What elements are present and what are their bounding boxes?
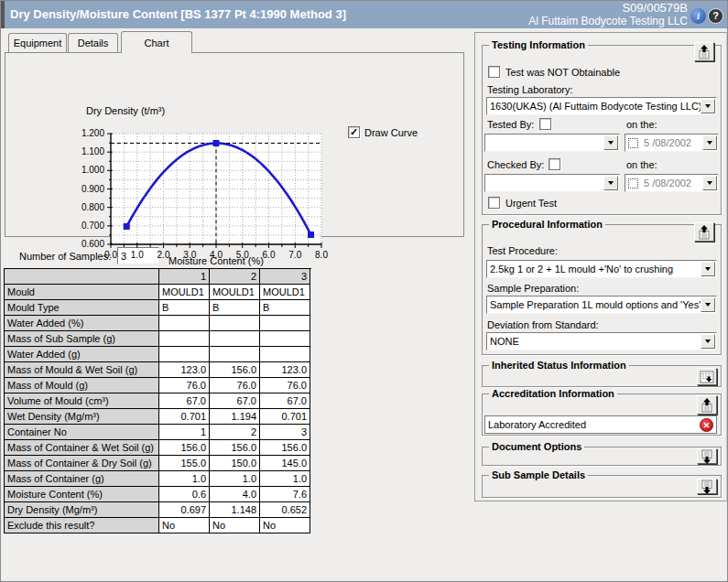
info-icon[interactable]: i [690, 8, 706, 24]
table-cell[interactable]: MOULD1 [260, 285, 310, 300]
help-icon[interactable]: ? [708, 8, 723, 24]
table-cell[interactable]: MOULD1 [159, 285, 210, 300]
page-title: Dry Density/Moisture Content [BS 1377 Pt… [10, 7, 346, 21]
tab-chart[interactable]: Chart [121, 31, 192, 53]
checked-date-picker[interactable]: 5 /08/2002 [625, 174, 719, 192]
tab-details[interactable]: Details [68, 33, 118, 52]
row-label: Mass of Container (g) [5, 471, 159, 487]
svg-text:0.0: 0.0 [104, 250, 117, 260]
scroll-down-button[interactable] [697, 479, 717, 494]
table-cell[interactable]: No [210, 518, 260, 534]
table-cell[interactable]: 0.6 [159, 487, 210, 502]
scroll-down-button[interactable] [697, 448, 717, 464]
table-cell[interactable]: 76.0 [210, 378, 260, 393]
table-cell[interactable] [210, 347, 260, 362]
dropdown-arrow-icon[interactable] [701, 334, 715, 349]
table-cell[interactable] [159, 347, 210, 362]
row-label: Mass of Mould & Wet Soil (g) [5, 362, 159, 378]
app-window: Dry Density/Moisture Content [BS 1377 Pt… [0, 0, 728, 582]
tested-by-label: Tested By: [487, 119, 534, 130]
dropdown-arrow-icon[interactable] [701, 262, 715, 276]
table-cell[interactable]: No [159, 518, 210, 534]
table-cell[interactable]: 2 [210, 425, 260, 440]
table-cell[interactable]: 3 [260, 425, 310, 440]
table-cell[interactable]: 123.0 [159, 362, 210, 378]
table-cell[interactable]: 76.0 [260, 378, 310, 393]
tested-by-checkbox[interactable] [539, 118, 551, 130]
testing-laboratory-label: Testing Laboratory: [487, 84, 573, 95]
table-cell[interactable]: 156.0 [210, 362, 260, 378]
table-cell[interactable]: 7.6 [260, 487, 310, 502]
testing-laboratory-select[interactable]: 1630(UKAS) (Al Futtaim Bodycote Testing … [486, 97, 717, 115]
checked-date-checkbox[interactable] [628, 178, 638, 189]
table-cell[interactable]: 145.0 [260, 456, 310, 471]
scroll-up-button[interactable] [694, 222, 714, 242]
table-cell[interactable]: 67.0 [260, 393, 310, 409]
table-cell[interactable]: 0.652 [260, 502, 310, 518]
table-cell[interactable]: 1 [159, 425, 210, 440]
table-cell[interactable]: 0.697 [159, 502, 210, 518]
dropdown-arrow-icon[interactable] [702, 135, 717, 150]
table-cell[interactable] [260, 347, 310, 362]
table-cell[interactable]: 1.0 [159, 471, 210, 487]
tested-date-picker[interactable]: 5 /08/2002 [625, 134, 719, 152]
table-cell[interactable] [159, 331, 210, 347]
test-not-obtainable-checkbox[interactable] [488, 66, 500, 78]
tab-equipment[interactable]: Equipment [8, 33, 67, 52]
draw-curve-checkbox[interactable]: ✓ [348, 126, 360, 138]
table-cell[interactable]: 67.0 [210, 393, 260, 409]
table-cell[interactable]: B [260, 300, 310, 316]
table-cell[interactable]: 67.0 [159, 393, 210, 409]
checked-by-select[interactable] [484, 174, 620, 192]
dropdown-arrow-icon[interactable] [603, 176, 618, 190]
dropdown-arrow-icon[interactable] [603, 135, 618, 150]
dropdown-arrow-icon[interactable] [701, 297, 715, 312]
table-cell[interactable] [210, 331, 260, 347]
table-cell[interactable]: 1.194 [210, 409, 260, 425]
table-row: Dry Density (Mg/m³)0.6971.1480.652 [5, 502, 311, 518]
table-cell[interactable]: 156.0 [210, 440, 260, 456]
table-cell[interactable]: 1.0 [260, 471, 310, 487]
table-cell[interactable]: 155.0 [159, 456, 210, 471]
row-label: Volume of Mould (cm³) [5, 393, 159, 409]
table-cell[interactable]: 156.0 [260, 440, 310, 456]
table-cell[interactable] [260, 316, 310, 331]
tested-by-select[interactable] [484, 134, 620, 152]
row-label: Exclude this result? [5, 518, 159, 534]
checked-by-label: Checked By: [487, 159, 544, 170]
table-cell[interactable]: 0.701 [159, 409, 210, 425]
table-cell[interactable]: 4.0 [210, 487, 260, 502]
table-cell[interactable]: 156.0 [159, 440, 210, 456]
dropdown-arrow-icon[interactable] [701, 99, 715, 113]
table-cell[interactable]: MOULD1 [210, 285, 260, 300]
table-cell[interactable]: 1.148 [210, 502, 260, 518]
deviation-select[interactable]: NONE [486, 332, 717, 350]
sample-preparation-select[interactable]: Sample Preparation 1L mould options and … [486, 296, 717, 314]
table-cell[interactable]: B [159, 300, 210, 316]
table-cell[interactable]: 0.701 [260, 409, 310, 425]
dropdown-arrow-icon[interactable] [702, 176, 717, 190]
table-cell[interactable]: 76.0 [159, 378, 210, 393]
scroll-up-button[interactable] [697, 395, 717, 415]
table-cell[interactable]: 1.0 [210, 471, 260, 487]
remove-accreditation-icon[interactable]: ✕ [700, 418, 713, 432]
scroll-up-button[interactable] [694, 42, 714, 61]
testing-laboratory-value: 1630(UKAS) (Al Futtaim Bodycote Testing … [487, 101, 701, 112]
inherited-status-button[interactable] [697, 368, 717, 385]
table-cell[interactable]: 123.0 [260, 362, 310, 378]
table-cell[interactable]: 150.0 [210, 456, 260, 471]
tested-date-checkbox[interactable] [628, 138, 638, 148]
table-cell[interactable] [210, 316, 260, 331]
table-cell[interactable]: No [260, 518, 310, 534]
table-cell[interactable]: B [210, 300, 260, 316]
test-not-obtainable-label: Test was NOT Obtainable [505, 67, 620, 78]
urgent-test-checkbox[interactable] [488, 197, 500, 209]
sample-reference: S09/00579B [528, 2, 688, 15]
table-cell[interactable] [159, 316, 210, 331]
scroll-up-icon [700, 398, 714, 413]
checked-by-checkbox[interactable] [549, 158, 560, 170]
test-procedure-select[interactable]: 2.5kg 1 or 2 + 1L mould +'No' to crushin… [486, 260, 717, 278]
table-cell[interactable] [260, 331, 310, 347]
sample-preparation-label: Sample Preparation: [487, 283, 579, 294]
deviation-value: NONE [487, 336, 701, 347]
